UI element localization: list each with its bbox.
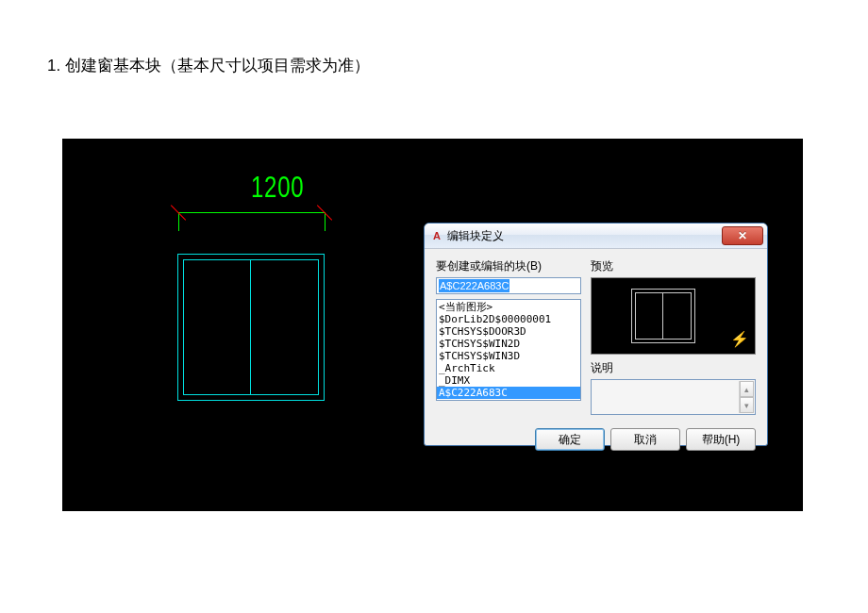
window-block-divider <box>250 259 251 395</box>
close-button[interactable]: ✕ <box>722 226 763 245</box>
dimension-text: 1200 <box>251 170 304 205</box>
list-item[interactable]: $TCHSYS$WIN2D <box>439 338 578 350</box>
list-item[interactable]: A$C222A683C <box>437 387 580 399</box>
dialog-title: 编辑块定义 <box>447 228 722 244</box>
dialog-titlebar[interactable]: A 编辑块定义 ✕ <box>425 224 767 249</box>
page-title: 1. 创建窗基本块（基本尺寸以项目需求为准） <box>0 0 868 76</box>
description-label: 说明 <box>591 360 756 376</box>
help-button[interactable]: 帮助(H) <box>686 428 756 451</box>
preview-box: ⚡ <box>591 277 756 355</box>
close-icon: ✕ <box>738 229 747 242</box>
dimension-line <box>178 212 325 213</box>
list-item[interactable]: $TCHSYS$DOOR3D <box>439 325 578 338</box>
window-block-inner <box>183 259 319 395</box>
app-icon: A <box>430 229 443 242</box>
description-textarea[interactable]: ▴ ▾ <box>591 379 756 415</box>
list-item[interactable]: $TCHSYS$WIN3D <box>439 350 578 362</box>
preview-window-inner <box>635 292 692 340</box>
preview-window-divider <box>662 292 663 340</box>
edit-block-dialog: A 编辑块定义 ✕ 要创建或编辑的块(B) A$C222A683C <当前图形>… <box>424 223 768 446</box>
preview-label: 预览 <box>591 258 756 274</box>
list-item[interactable]: _ArchTick <box>439 362 578 374</box>
scroll-down-icon[interactable]: ▾ <box>740 397 754 413</box>
list-item[interactable]: <当前图形> <box>439 301 578 313</box>
ok-button[interactable]: 确定 <box>535 428 605 451</box>
block-name-input[interactable]: A$C222A683C <box>436 277 581 294</box>
scroll-up-icon[interactable]: ▴ <box>740 381 754 397</box>
block-listbox[interactable]: <当前图形>$DorLib2D$00000001$TCHSYS$DOOR3D$T… <box>436 299 581 401</box>
list-item[interactable]: $DorLib2D$00000001 <box>439 313 578 325</box>
list-item[interactable]: _DIMX <box>439 374 578 387</box>
bolt-icon: ⚡ <box>730 330 749 348</box>
block-name-value: A$C222A683C <box>439 279 509 292</box>
cancel-button[interactable]: 取消 <box>610 428 680 451</box>
scrollbar[interactable]: ▴ ▾ <box>739 381 754 413</box>
block-select-label: 要创建或编辑的块(B) <box>436 258 581 274</box>
cad-canvas[interactable]: 1200 A 编辑块定义 ✕ 要创建或编辑的块(B) A$C222A683C <… <box>62 139 803 511</box>
